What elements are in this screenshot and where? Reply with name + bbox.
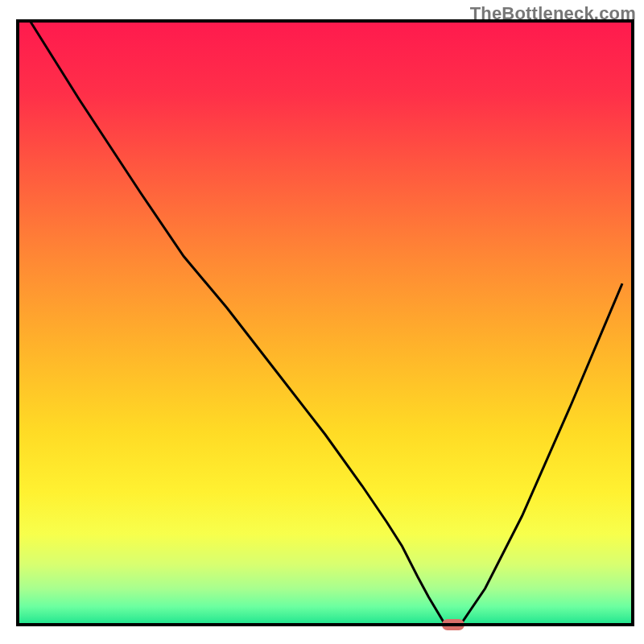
chart-container: TheBottleneck.com — [0, 0, 644, 644]
plot-background — [18, 21, 633, 625]
bottleneck-chart — [0, 0, 644, 644]
watermark-text: TheBottleneck.com — [470, 3, 636, 24]
